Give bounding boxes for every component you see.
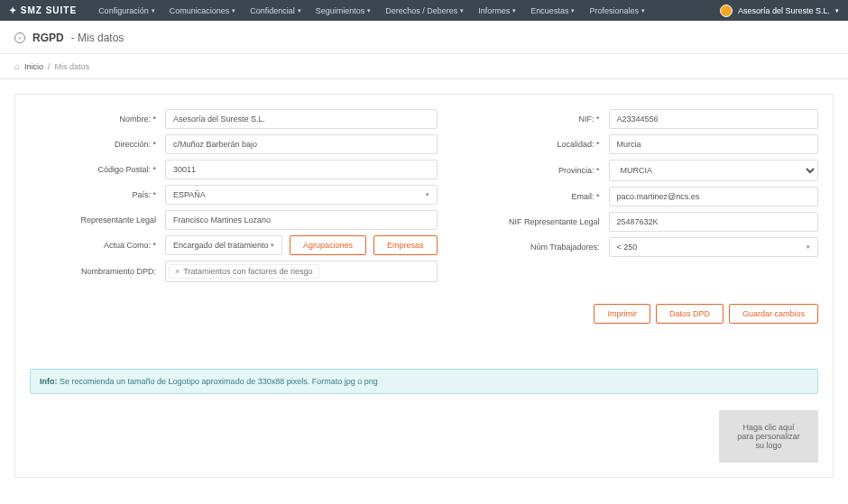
label-ntrab: Núm Trabajadores: bbox=[474, 243, 609, 252]
main-nav: Configuración▾ Comunicaciones▾ Confidenc… bbox=[98, 6, 645, 15]
breadcrumb-sep: / bbox=[48, 62, 51, 71]
chevron-down-icon: ▾ bbox=[835, 7, 839, 14]
label-provincia: Provincia: * bbox=[474, 166, 609, 175]
label-pais: País: * bbox=[30, 190, 165, 199]
breadcrumb-current: Mis datos bbox=[55, 62, 90, 71]
select-actua[interactable]: Encargado del tratamiento ▾ bbox=[165, 235, 282, 255]
datos-dpd-button[interactable]: Datos DPD bbox=[656, 304, 724, 324]
select-pais[interactable]: ESPAÑA ▾ bbox=[165, 185, 438, 205]
select-ntrab[interactable]: < 250 ▾ bbox=[609, 237, 818, 257]
nav-derechos[interactable]: Derechos / Deberes▾ bbox=[385, 6, 464, 15]
breadcrumb: ⌂ Inicio / Mis datos bbox=[0, 54, 848, 79]
input-nombre[interactable] bbox=[165, 109, 438, 129]
chevron-down-icon: ▾ bbox=[512, 7, 516, 14]
chevron-down-icon: ▾ bbox=[367, 7, 371, 14]
nav-profesionales[interactable]: Profesionales▾ bbox=[589, 6, 645, 15]
info-text: Se recomienda un tamaño de Logotipo apro… bbox=[58, 377, 378, 386]
label-nifrep: NIF Representante Legal bbox=[474, 217, 609, 226]
input-replegal[interactable] bbox=[165, 210, 438, 230]
user-name: Asesoría del Sureste S.L. bbox=[738, 6, 830, 15]
guardar-button[interactable]: Guardar cambios bbox=[729, 304, 818, 324]
chevron-down-icon: ▾ bbox=[641, 7, 645, 14]
label-replegal: Representante Legal bbox=[30, 215, 165, 225]
label-actua: Actua Como: * bbox=[30, 241, 165, 250]
nav-encuestas[interactable]: Encuestas▾ bbox=[530, 6, 575, 15]
breadcrumb-home[interactable]: Inicio bbox=[24, 62, 43, 71]
input-dpd[interactable]: × Tratamientos con factores de riesgo bbox=[165, 261, 438, 282]
back-icon[interactable]: ‹ bbox=[14, 32, 25, 43]
input-nif[interactable] bbox=[609, 109, 818, 129]
select-provincia[interactable]: MURCIA bbox=[609, 160, 818, 181]
home-icon[interactable]: ⌂ bbox=[14, 61, 20, 71]
agrupaciones-button[interactable]: Agrupaciones bbox=[290, 235, 366, 255]
chevron-down-icon: ▾ bbox=[571, 7, 575, 14]
label-cpostal: Código Postal: * bbox=[30, 165, 165, 174]
avatar bbox=[720, 5, 733, 17]
empresas-button[interactable]: Empresas bbox=[373, 235, 438, 255]
close-icon[interactable]: × bbox=[175, 267, 180, 276]
label-direccion: Dirección: * bbox=[30, 140, 165, 149]
input-direccion[interactable] bbox=[165, 134, 438, 154]
info-box: Info: Se recomienda un tamaño de Logotip… bbox=[30, 369, 818, 394]
brand-text: SMZ SUITE bbox=[21, 5, 77, 15]
brand-logo: ✦ SMZ SUITE bbox=[9, 5, 77, 15]
dpd-tag[interactable]: × Tratamientos con factores de riesgo bbox=[169, 264, 319, 279]
form-panel: Nombre: * Dirección: * Código Postal: * … bbox=[14, 94, 834, 478]
page-title-sub: - Mis datos bbox=[71, 32, 124, 44]
label-email: Email: * bbox=[474, 192, 609, 201]
input-cpostal[interactable] bbox=[165, 160, 438, 179]
chevron-down-icon: ▾ bbox=[807, 243, 810, 251]
chevron-down-icon: ▾ bbox=[298, 7, 301, 14]
label-nombre: Nombre: * bbox=[30, 115, 165, 124]
app-header: ✦ SMZ SUITE Configuración▾ Comunicacione… bbox=[0, 0, 848, 21]
nav-comunicaciones[interactable]: Comunicaciones▾ bbox=[170, 6, 236, 15]
chevron-down-icon: ▾ bbox=[152, 7, 155, 14]
dpd-tag-label: Tratamientos con factores de riesgo bbox=[183, 267, 312, 276]
chevron-down-icon: ▾ bbox=[232, 7, 235, 14]
nav-confidencial[interactable]: Confidencial▾ bbox=[250, 6, 301, 15]
form-actions: Imprimir Datos DPD Guardar cambios bbox=[30, 304, 818, 324]
imprimir-button[interactable]: Imprimir bbox=[594, 304, 650, 324]
input-localidad[interactable] bbox=[609, 134, 818, 154]
input-email[interactable] bbox=[609, 187, 818, 206]
label-localidad: Localidad: * bbox=[474, 140, 609, 149]
chevron-down-icon: ▾ bbox=[426, 191, 429, 198]
user-menu[interactable]: Asesoría del Sureste S.L. ▾ bbox=[720, 5, 839, 17]
nav-seguimientos[interactable]: Seguimientos▾ bbox=[316, 6, 372, 15]
page-header: ‹ RGPD - Mis datos bbox=[0, 21, 848, 54]
chevron-down-icon: ▾ bbox=[271, 242, 274, 249]
select-pais-value: ESPAÑA bbox=[173, 190, 206, 199]
select-ntrab-value: < 250 bbox=[617, 243, 638, 252]
nav-informes[interactable]: Informes▾ bbox=[478, 6, 516, 15]
label-dpd: Nombramiento DPD: bbox=[30, 267, 165, 276]
label-nif: NIF: * bbox=[474, 115, 609, 124]
footer: © 2018. Nº Provisional de Registro de la… bbox=[0, 492, 848, 504]
input-nifrep[interactable] bbox=[609, 212, 818, 232]
nav-configuracion[interactable]: Configuración▾ bbox=[98, 6, 155, 15]
select-actua-value: Encargado del tratamiento bbox=[173, 241, 269, 250]
info-label: Info: bbox=[40, 377, 58, 386]
logo-upload-area[interactable]: Haga clic aquí para personalizar su logo bbox=[719, 410, 818, 463]
chevron-down-icon: ▾ bbox=[460, 7, 464, 14]
page-title-main: RGPD bbox=[32, 32, 64, 44]
